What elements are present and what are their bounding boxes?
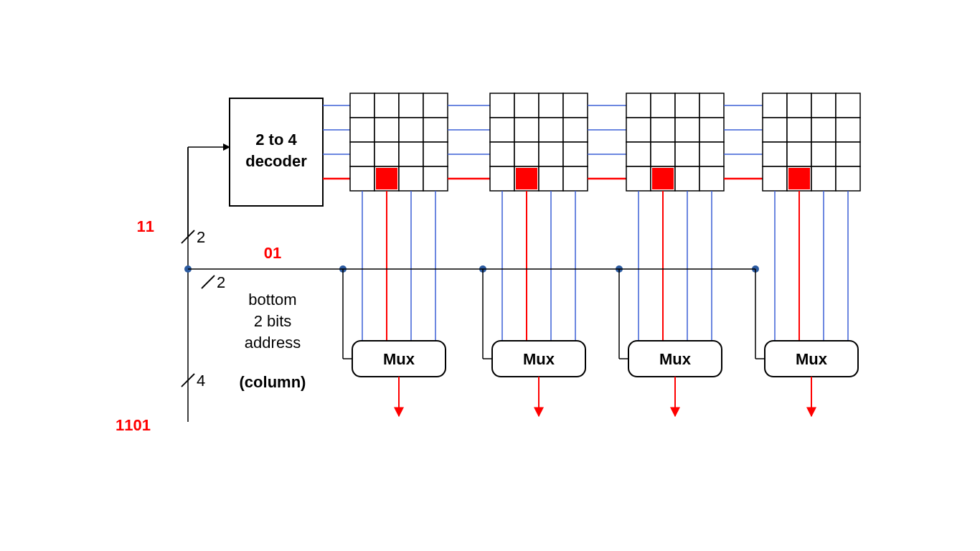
bus-width-bot: 4 <box>197 372 205 390</box>
mux-label: Mux <box>523 350 555 368</box>
caption-4: (column) <box>240 373 306 391</box>
memory-cell <box>811 166 836 191</box>
memory-cell <box>399 118 423 142</box>
memory-cell <box>675 142 699 166</box>
memory-cell <box>563 118 588 142</box>
decoder-label-1: 2 to 4 <box>255 131 297 149</box>
memory-cell <box>626 118 651 142</box>
caption-1: bottom <box>248 291 296 309</box>
memory-cell <box>350 93 374 118</box>
memory-cell <box>699 142 724 166</box>
memory-cell <box>490 118 514 142</box>
memory-cell <box>423 93 448 118</box>
caption-3: address <box>245 334 301 352</box>
memory-cell <box>399 142 423 166</box>
selected-cell <box>788 168 810 189</box>
col-bits-label: 01 <box>264 244 281 262</box>
memory-cell <box>651 142 675 166</box>
memory-cell <box>763 166 787 191</box>
bus-width-mid: 2 <box>217 273 225 291</box>
memory-cell <box>836 166 860 191</box>
memory-cell <box>675 166 699 191</box>
selected-cell <box>652 168 674 189</box>
memory-cell <box>374 93 399 118</box>
memory-cell <box>811 118 836 142</box>
memory-cell <box>675 118 699 142</box>
decoder-label-2: decoder <box>245 152 307 170</box>
memory-cell <box>514 93 539 118</box>
memory-cell <box>763 93 787 118</box>
memory-cell <box>399 166 423 191</box>
memory-cell <box>563 166 588 191</box>
memory-cell <box>787 118 811 142</box>
memory-cell <box>490 142 514 166</box>
memory-cell <box>699 166 724 191</box>
memory-cell <box>374 142 399 166</box>
memory-cell <box>423 118 448 142</box>
memory-cell <box>399 93 423 118</box>
memory-cell <box>350 118 374 142</box>
memory-cell <box>675 93 699 118</box>
bus-slash <box>202 276 215 288</box>
row-bits-label: 11 <box>137 217 154 235</box>
memory-cell <box>651 93 675 118</box>
selected-cell <box>516 168 537 189</box>
memory-cell <box>539 142 563 166</box>
memory-cell <box>350 142 374 166</box>
memory-cell <box>490 93 514 118</box>
memory-cell <box>514 142 539 166</box>
memory-cell <box>514 118 539 142</box>
memory-cell <box>563 93 588 118</box>
memory-cell <box>626 166 651 191</box>
bus-width-top: 2 <box>197 228 205 246</box>
memory-cell <box>539 118 563 142</box>
memory-cell <box>699 93 724 118</box>
memory-cell <box>651 118 675 142</box>
memory-cell <box>490 166 514 191</box>
memory-cell <box>626 93 651 118</box>
mux-label: Mux <box>659 350 692 368</box>
memory-cell <box>763 118 787 142</box>
memory-cell <box>763 142 787 166</box>
memory-cell <box>423 166 448 191</box>
memory-cell <box>539 93 563 118</box>
mux-label: Mux <box>383 350 415 368</box>
memory-cell <box>539 166 563 191</box>
memory-cell <box>350 166 374 191</box>
memory-cell <box>699 118 724 142</box>
full-address-label: 1101 <box>116 416 151 434</box>
memory-cell <box>836 93 860 118</box>
memory-cell <box>811 142 836 166</box>
caption-2: 2 bits <box>254 312 292 330</box>
memory-cell <box>563 142 588 166</box>
memory-cell <box>811 93 836 118</box>
memory-cell <box>836 142 860 166</box>
mux-label: Mux <box>796 350 828 368</box>
memory-cell <box>626 142 651 166</box>
memory-cell <box>423 142 448 166</box>
memory-cell <box>787 93 811 118</box>
memory-cell <box>374 118 399 142</box>
selected-cell <box>376 168 397 189</box>
memory-cell <box>787 142 811 166</box>
memory-cell <box>836 118 860 142</box>
